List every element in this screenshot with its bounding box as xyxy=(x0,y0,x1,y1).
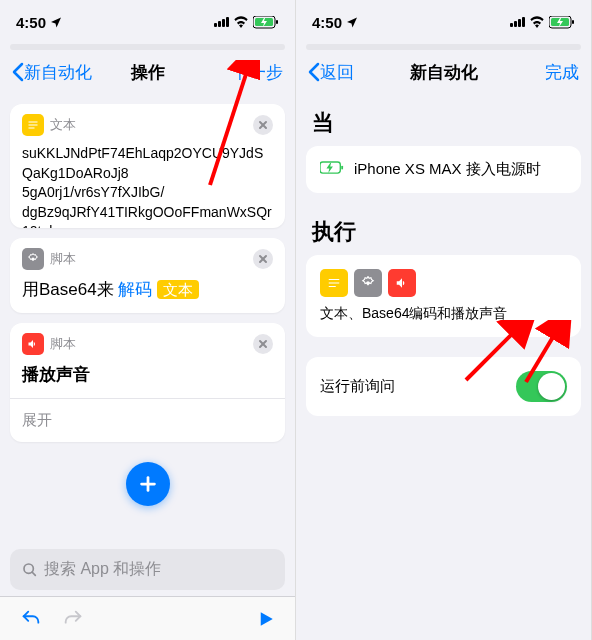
content-area: 文本 suKKLJNdPtF74EhLaqp2OYCU9YJdSQaKg1DoA… xyxy=(0,94,295,549)
speaker-icon xyxy=(22,333,44,355)
nav-back-label: 返回 xyxy=(320,61,354,84)
plus-icon xyxy=(137,473,159,495)
battery-icon xyxy=(253,16,279,29)
svg-rect-21 xyxy=(341,166,343,170)
expand-button[interactable]: 展开 xyxy=(10,398,285,442)
gear-icon xyxy=(354,269,382,297)
nav-done-button[interactable]: 完成 xyxy=(545,61,579,84)
card-label: 脚本 xyxy=(50,250,76,268)
close-icon xyxy=(258,120,268,130)
location-icon xyxy=(346,16,358,28)
undo-button[interactable] xyxy=(20,608,42,630)
content-area: 当 iPhone XS MAX 接入电源时 执行 文本、Base64编码和播放声… xyxy=(296,94,591,640)
sound-card[interactable]: 脚本 播放声音 展开 xyxy=(10,323,285,442)
search-placeholder: 搜索 App 和操作 xyxy=(44,559,161,580)
status-time: 4:50 xyxy=(16,14,46,31)
sound-title: 播放声音 xyxy=(10,355,285,398)
svg-rect-2 xyxy=(276,20,278,24)
text-content[interactable]: suKKLJNdPtF74EhLaqp2OYCU9YJdSQaKg1DoARoJ… xyxy=(10,136,285,228)
add-action-button[interactable] xyxy=(126,462,170,506)
status-bar: 4:50 xyxy=(0,0,295,44)
nav-back-button[interactable]: 新自动化 xyxy=(12,61,92,84)
speaker-icon xyxy=(388,269,416,297)
location-icon xyxy=(50,16,62,28)
battery-icon xyxy=(549,16,575,29)
signal-icon xyxy=(510,17,525,27)
play-icon xyxy=(257,610,275,628)
gear-icon xyxy=(22,248,44,270)
nav-back-button[interactable]: 返回 xyxy=(308,61,354,84)
when-condition-row[interactable]: iPhone XS MAX 接入电源时 xyxy=(306,146,581,193)
search-bar[interactable]: 搜索 App 和操作 xyxy=(10,549,285,590)
text-token[interactable]: 文本 xyxy=(157,280,199,299)
base64-card[interactable]: 脚本 用Base64来 解码 文本 xyxy=(10,238,285,313)
do-description: 文本、Base64编码和播放声音 xyxy=(320,305,507,323)
search-icon xyxy=(22,562,38,578)
right-screen: 4:50 返回 新自动化 完成 当 iPhone XS MAX 接入电源时 执行 xyxy=(296,0,592,640)
svg-rect-19 xyxy=(572,20,574,24)
nav-title: 操作 xyxy=(131,61,165,84)
ask-before-run-row: 运行前询问 xyxy=(306,357,581,416)
toggle-knob xyxy=(538,373,565,400)
decode-token[interactable]: 解码 xyxy=(118,280,152,299)
action-icons xyxy=(320,269,416,297)
bottom-toolbar xyxy=(0,596,295,640)
section-when: 当 xyxy=(296,94,591,146)
ask-toggle[interactable] xyxy=(516,371,567,402)
svg-line-13 xyxy=(32,572,35,575)
nav-bar: 返回 新自动化 完成 xyxy=(296,50,591,94)
card-label: 文本 xyxy=(50,116,76,134)
card-label: 脚本 xyxy=(50,335,76,353)
redo-button[interactable] xyxy=(62,608,84,630)
text-card[interactable]: 文本 suKKLJNdPtF74EhLaqp2OYCU9YJdSQaKg1DoA… xyxy=(10,104,285,228)
svg-marker-14 xyxy=(261,612,273,626)
base64-body: 用Base64来 解码 文本 xyxy=(10,270,285,313)
wifi-icon xyxy=(529,16,545,28)
signal-icon xyxy=(214,17,229,27)
status-time: 4:50 xyxy=(312,14,342,31)
close-icon xyxy=(258,339,268,349)
text-icon xyxy=(22,114,44,136)
text-icon xyxy=(320,269,348,297)
nav-back-label: 新自动化 xyxy=(24,61,92,84)
status-bar: 4:50 xyxy=(296,0,591,44)
card-close-button[interactable] xyxy=(253,249,273,269)
nav-next-button[interactable]: 下一步 xyxy=(232,61,283,84)
section-do: 执行 xyxy=(296,203,591,255)
wifi-icon xyxy=(233,16,249,28)
run-button[interactable] xyxy=(257,610,275,628)
charge-icon xyxy=(320,161,344,178)
chevron-left-icon xyxy=(308,62,320,82)
card-close-button[interactable] xyxy=(253,334,273,354)
chevron-left-icon xyxy=(12,62,24,82)
nav-bar: 新自动化 操作 下一步 xyxy=(0,50,295,94)
do-actions-row[interactable]: 文本、Base64编码和播放声音 xyxy=(306,255,581,337)
ask-label: 运行前询问 xyxy=(320,377,395,396)
close-icon xyxy=(258,254,268,264)
card-close-button[interactable] xyxy=(253,115,273,135)
left-screen: 4:50 新自动化 操作 下一步 文本 xyxy=(0,0,296,640)
when-condition-text: iPhone XS MAX 接入电源时 xyxy=(354,160,541,179)
nav-title: 新自动化 xyxy=(410,61,478,84)
